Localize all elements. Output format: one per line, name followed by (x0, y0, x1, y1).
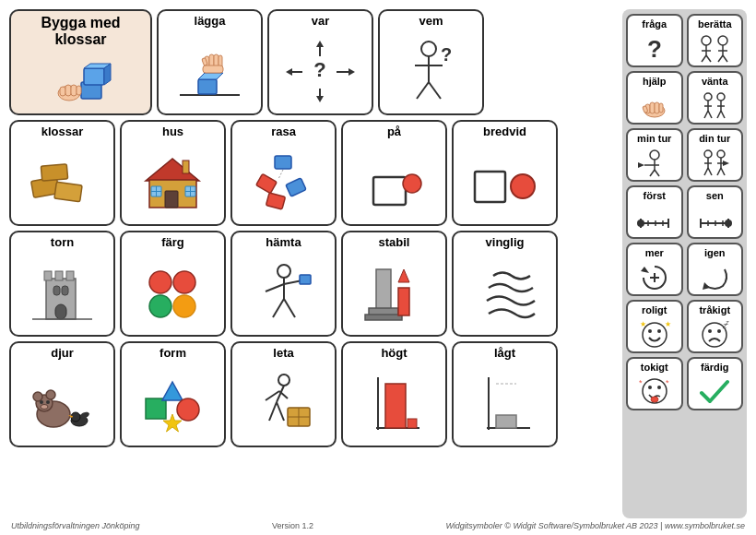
sidebar-fraga-icon: ? (630, 31, 679, 64)
card-var[interactable]: var ? (267, 9, 373, 115)
svg-point-54 (511, 174, 535, 198)
card-hamta-icon (235, 251, 332, 332)
svg-rect-1 (84, 68, 104, 85)
sidebar-row-6: tokigt * * (626, 357, 743, 410)
sidebar-card-sen[interactable]: sen (687, 185, 744, 239)
svg-marker-20 (316, 41, 324, 47)
card-vinglig-label: vinglig (486, 236, 525, 249)
footer-center: Version 1.2 (272, 521, 313, 530)
sidebar-vanta-icon (691, 89, 740, 121)
sidebar-card-trakigt[interactable]: tråkigt z z (687, 300, 744, 353)
svg-point-133 (717, 93, 725, 101)
svg-point-162 (637, 220, 644, 227)
card-lagt[interactable]: lågt (452, 341, 558, 447)
svg-line-69 (266, 284, 284, 291)
svg-text:*: * (639, 378, 643, 387)
card-lagga[interactable]: lägga (157, 9, 263, 115)
svg-point-52 (403, 174, 421, 193)
sidebar-card-hjalp[interactable]: hjälp (626, 71, 683, 125)
svg-point-175 (648, 329, 652, 333)
sidebar-card-fraga[interactable]: fråga ? (626, 14, 683, 67)
sidebar-card-fardig[interactable]: färdig (687, 357, 744, 410)
card-hamta[interactable]: hämta (230, 231, 337, 337)
svg-line-136 (717, 111, 721, 118)
svg-rect-49 (266, 193, 285, 209)
sidebar-mintur-label: min tur (637, 133, 671, 144)
svg-rect-60 (62, 286, 68, 295)
svg-line-131 (704, 111, 708, 118)
svg-rect-45 (183, 160, 189, 173)
svg-point-63 (149, 271, 171, 293)
card-stabil[interactable]: stabil (341, 231, 447, 337)
svg-marker-24 (286, 68, 292, 76)
sidebar-dintur-label: din tur (699, 133, 730, 144)
svg-rect-57 (55, 271, 63, 280)
sidebar-sen-icon (691, 203, 740, 235)
sidebar-roligt-icon: ★ ★ (630, 317, 679, 350)
card-klossar[interactable]: klossar (9, 120, 115, 226)
svg-rect-124 (650, 102, 655, 113)
card-main[interactable]: Bygga med klossar (9, 9, 152, 115)
card-leta-label: leta (273, 347, 293, 360)
card-pa[interactable]: på (341, 120, 447, 226)
svg-point-84 (46, 400, 50, 404)
footer: Utbildningsförvaltningen Jönköping Versi… (9, 518, 747, 530)
sidebar-card-igen[interactable]: igen (687, 243, 744, 296)
sidebar-card-beratta[interactable]: berätta (687, 14, 744, 67)
svg-line-148 (704, 168, 708, 175)
sidebar-card-roligt[interactable]: roligt ★ ★ (626, 300, 683, 353)
main-card-icon (14, 49, 148, 111)
svg-line-50 (278, 170, 283, 179)
card-hogt[interactable]: högt (341, 341, 447, 447)
card-var-label: var (312, 15, 330, 28)
svg-point-65 (149, 295, 171, 317)
sidebar-card-mer[interactable]: mer (626, 243, 683, 296)
card-vinglig[interactable]: vinglig (452, 231, 558, 337)
svg-rect-6 (65, 85, 71, 96)
svg-line-153 (717, 168, 721, 175)
sidebar-sen-label: sen (706, 190, 724, 201)
sidebar-card-mintur[interactable]: min tur (626, 128, 683, 182)
card-lagt-icon (456, 362, 553, 443)
svg-rect-90 (146, 398, 166, 419)
svg-line-137 (721, 111, 725, 118)
card-hus[interactable]: hus (120, 120, 226, 226)
card-hogt-label: högt (381, 347, 407, 360)
card-pa-icon (346, 140, 443, 221)
card-djur-icon (14, 362, 111, 443)
svg-point-82 (46, 390, 55, 399)
card-torn[interactable]: torn (9, 231, 115, 337)
svg-marker-78 (398, 269, 409, 282)
sidebar-vanta-label: vänta (702, 76, 728, 87)
svg-line-149 (708, 168, 712, 175)
svg-line-98 (269, 402, 277, 421)
card-hogt-icon (346, 362, 443, 443)
svg-point-128 (704, 93, 712, 101)
sidebar-card-tokigt[interactable]: tokigt * * (626, 357, 683, 410)
sidebar-row-2: min tur (626, 128, 743, 182)
card-djur[interactable]: djur (9, 341, 115, 447)
svg-marker-22 (316, 96, 324, 102)
card-vinglig-icon (456, 251, 553, 332)
card-bredvid[interactable]: bredvid (452, 120, 558, 226)
sidebar-row-5: roligt ★ ★ (626, 300, 743, 353)
sidebar-card-forst[interactable]: först (626, 185, 683, 239)
card-rasa-icon (235, 140, 332, 221)
svg-rect-38 (165, 191, 178, 208)
sidebar-mintur-icon (630, 146, 679, 178)
footer-left: Utbildningsförvaltningen Jönköping (11, 521, 140, 530)
sidebar-card-dintur[interactable]: din tur (687, 128, 744, 182)
sidebar-beratta-icon (691, 31, 740, 64)
card-vem[interactable]: vem ? (378, 9, 484, 115)
card-farg[interactable]: färg (120, 231, 226, 337)
card-rasa[interactable]: rasa (230, 120, 337, 226)
svg-rect-59 (53, 286, 60, 295)
svg-point-138 (650, 150, 659, 160)
svg-line-121 (723, 55, 727, 62)
sidebar-igen-icon (691, 260, 740, 292)
card-leta[interactable]: leta (230, 341, 337, 447)
sidebar-mer-icon (630, 260, 679, 292)
card-form[interactable]: form (120, 341, 226, 447)
sidebar-card-vanta[interactable]: vänta (687, 71, 744, 125)
svg-rect-7 (71, 85, 77, 96)
